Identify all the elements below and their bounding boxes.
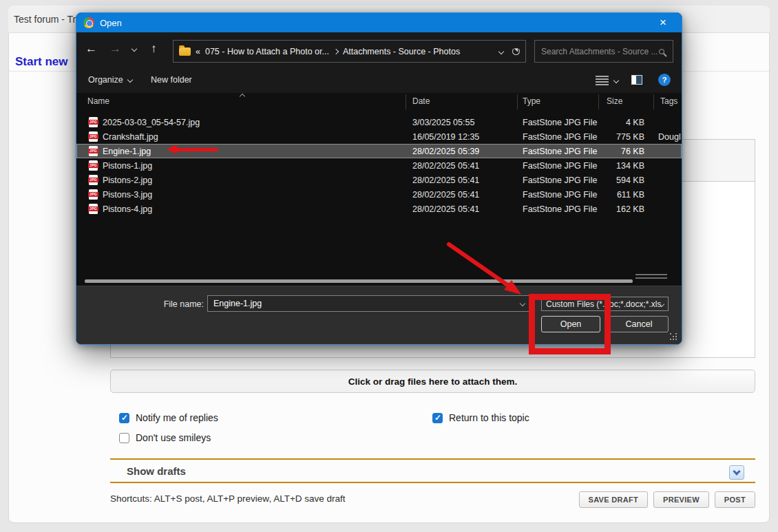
horizontal-scrollbar[interactable]: [85, 279, 633, 283]
file-name: Pistons-1.jpg: [103, 161, 152, 171]
file-row[interactable]: JPGPistons-3.jpg28/02/2025 05:41FastSton…: [76, 187, 682, 202]
file-date: 28/02/2025 05:41: [412, 175, 479, 185]
close-icon[interactable]: ×: [653, 13, 673, 32]
file-size: 594 KB: [589, 175, 644, 185]
dialog-toolbar: Organize New folder ?: [76, 70, 682, 93]
checkbox-row-smileys[interactable]: Don't use smileys: [119, 432, 211, 443]
preview-button[interactable]: PREVIEW: [653, 491, 709, 508]
file-name: 2025-03-03_05-54-57.jpg: [103, 118, 200, 127]
return-checkbox[interactable]: [432, 413, 443, 423]
file-type: FastStone JPG File: [523, 204, 597, 214]
path-segment-parent[interactable]: 075 - How to Attach a Photo or...: [205, 47, 329, 56]
column-header-type[interactable]: Type: [523, 96, 540, 106]
jpg-file-icon: JPG: [89, 146, 98, 156]
annotation-arrow-open: [434, 234, 530, 303]
sort-ascending-icon: [240, 94, 245, 99]
file-date: 16/05/2019 12:35: [412, 132, 479, 142]
smileys-checkbox[interactable]: [119, 433, 129, 443]
file-date: 28/02/2025 05:39: [412, 147, 479, 156]
file-type: FastStone JPG File: [523, 161, 597, 171]
file-size: 4 KB: [589, 118, 644, 127]
file-name: Pistons-2.jpg: [103, 175, 152, 185]
jpg-file-icon: JPG: [89, 117, 98, 127]
file-size: 134 KB: [589, 161, 644, 171]
checkbox-row-return[interactable]: Return to this topic: [432, 412, 529, 423]
details-view-icon[interactable]: [596, 76, 609, 85]
column-header-date[interactable]: Date: [412, 96, 430, 106]
notify-checkbox[interactable]: [119, 413, 129, 423]
file-list: Name Date Type Size Tags JPG2025-03-03_0…: [76, 93, 682, 286]
search-placeholder: Search Attachments - Source ...: [541, 47, 659, 56]
file-size: 162 KB: [589, 204, 644, 214]
save-draft-button[interactable]: SAVE DRAFT: [579, 491, 648, 508]
breadcrumb-separator-icon: [333, 48, 339, 54]
file-date: 28/02/2025 05:41: [412, 204, 479, 214]
file-type: FastStone JPG File: [523, 190, 597, 200]
organize-button[interactable]: Organize: [88, 75, 132, 85]
file-name: Pistons-3.jpg: [103, 190, 152, 200]
cancel-button[interactable]: Cancel: [609, 316, 669, 332]
path-collapse[interactable]: «: [196, 47, 200, 56]
dialog-titlebar[interactable]: Open ×: [76, 13, 682, 32]
file-type: FastStone JPG File: [523, 132, 597, 142]
file-name-label: File name:: [145, 299, 204, 309]
file-size: 775 KB: [589, 132, 644, 142]
file-tags: Dougl: [658, 132, 682, 142]
jpg-file-icon: JPG: [89, 204, 98, 214]
jpg-file-icon: JPG: [89, 175, 98, 185]
column-header-name[interactable]: Name: [87, 96, 109, 106]
show-drafts-toggle-button[interactable]: [729, 465, 744, 480]
return-label: Return to this topic: [449, 412, 529, 423]
file-date: 28/02/2025 05:41: [412, 161, 479, 171]
column-header-tags[interactable]: Tags: [660, 96, 677, 106]
attach-dropzone[interactable]: Click or drag files here to attach them.: [110, 370, 755, 393]
file-date: 3/03/2025 05:55: [412, 118, 474, 127]
notify-label: Notify me of replies: [136, 412, 218, 423]
folder-icon: [179, 47, 191, 56]
chevron-down-icon: [733, 467, 740, 475]
up-icon[interactable]: ↑: [151, 42, 157, 56]
file-row[interactable]: JPGPistons-4.jpg28/02/2025 05:41FastSton…: [76, 202, 682, 216]
annotation-rectangle-open: [529, 294, 611, 354]
file-type: FastStone JPG File: [523, 175, 597, 185]
resize-grip-icon[interactable]: [670, 333, 671, 334]
search-icon[interactable]: [659, 49, 664, 54]
file-row[interactable]: JPGPistons-2.jpg28/02/2025 05:41FastSton…: [76, 173, 682, 187]
page-title: Start new: [15, 55, 68, 69]
file-name: Engine-1.jpg: [103, 147, 151, 156]
back-icon[interactable]: ←: [85, 42, 97, 56]
show-drafts-bar[interactable]: Show drafts: [110, 458, 755, 483]
address-dropdown-icon[interactable]: [498, 48, 504, 54]
chrome-icon: [83, 17, 94, 28]
jpg-file-icon: JPG: [89, 131, 98, 142]
shortcuts-hint: Shortcuts: ALT+S post, ALT+P preview, AL…: [110, 493, 346, 504]
search-input[interactable]: Search Attachments - Source ...: [534, 40, 673, 63]
file-row[interactable]: JPGCrankshaft.jpg16/05/2019 12:35FastSto…: [76, 129, 682, 144]
forward-icon: →: [109, 42, 121, 56]
refresh-icon[interactable]: [512, 47, 520, 55]
show-drafts-label: Show drafts: [127, 465, 186, 477]
jpg-file-icon: JPG: [89, 189, 98, 200]
new-folder-button[interactable]: New folder: [151, 75, 192, 85]
file-type: FastStone JPG File: [523, 147, 597, 156]
view-options-chevron-icon[interactable]: [613, 78, 619, 83]
column-header-size[interactable]: Size: [607, 96, 622, 106]
file-name: Crankshaft.jpg: [103, 132, 158, 142]
post-actions: SAVE DRAFT PREVIEW POST: [579, 491, 755, 508]
attach-dropzone-label: Click or drag files here to attach them.: [348, 376, 517, 387]
help-icon[interactable]: ?: [658, 74, 671, 86]
address-bar[interactable]: « 075 - How to Attach a Photo or... Atta…: [173, 40, 526, 63]
path-segment-current[interactable]: Attachments - Source - Photos: [343, 47, 460, 56]
file-size: 611 KB: [589, 190, 644, 200]
file-rows: JPG2025-03-03_05-54-57.jpg3/03/2025 05:5…: [76, 115, 682, 216]
preview-pane-icon[interactable]: [631, 75, 642, 85]
dialog-navbar: ← → ↑ « 075 - How to Attach a Photo or..…: [76, 32, 682, 70]
chevron-down-icon: [127, 77, 132, 83]
file-row[interactable]: JPG2025-03-03_05-54-57.jpg3/03/2025 05:5…: [76, 115, 682, 129]
post-button[interactable]: POST: [715, 491, 755, 508]
checkbox-row-notify[interactable]: Notify me of replies: [119, 412, 218, 423]
file-row[interactable]: JPGPistons-1.jpg28/02/2025 05:41FastSton…: [76, 158, 682, 173]
file-size: 76 KB: [589, 147, 644, 156]
history-chevron-icon[interactable]: [132, 46, 137, 52]
file-name: Pistons-4.jpg: [103, 204, 152, 214]
